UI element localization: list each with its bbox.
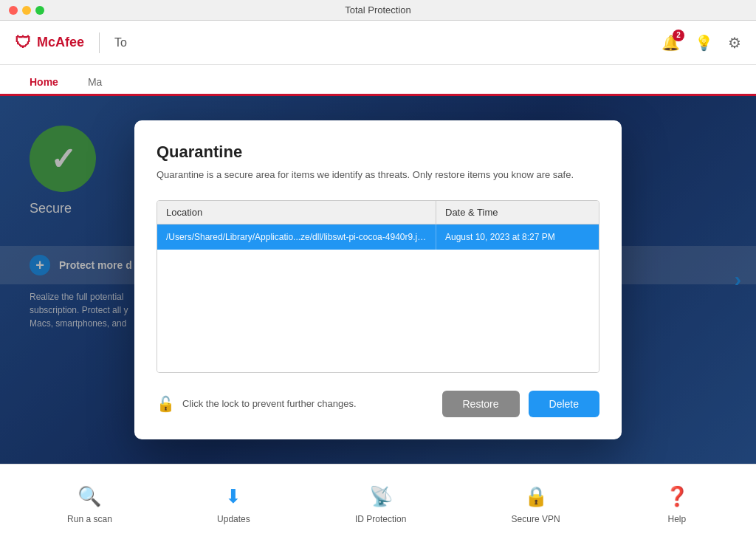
toolbar-run-scan[interactable]: 🔍 Run a scan xyxy=(52,478,127,532)
notification-button[interactable]: 🔔 2 xyxy=(662,34,680,52)
vpn-label: Secure VPN xyxy=(512,514,560,524)
modal-title: Quarantine xyxy=(157,143,599,162)
minimize-button[interactable] xyxy=(22,6,31,15)
content-area: ✓ Secure + Protect more d Realize the fu… xyxy=(0,96,756,464)
mcafee-shield-icon: 🛡 xyxy=(15,33,31,52)
lock-area: 🔓 Click the lock to prevent further chan… xyxy=(157,395,357,413)
mcafee-logo: 🛡 McAfee To xyxy=(15,32,127,53)
bottom-toolbar: 🔍 Run a scan ⬇ Updates 📡 ID Protection 🔒… xyxy=(0,464,756,545)
app-window: 🛡 McAfee To 🔔 2 💡 ⚙ Home Ma ✓ Secur xyxy=(0,21,756,545)
quarantine-modal: Quarantine Quarantine is a secure area f… xyxy=(134,120,622,439)
vpn-icon: 🔒 xyxy=(524,485,548,508)
modal-overlay: Quarantine Quarantine is a secure area f… xyxy=(0,96,756,464)
delete-button[interactable]: Delete xyxy=(529,391,599,417)
product-name: To xyxy=(114,36,127,49)
notification-badge: 2 xyxy=(673,30,684,41)
help-icon: ❓ xyxy=(665,485,689,508)
lock-icon[interactable]: 🔓 xyxy=(157,395,175,413)
scan-label: Run a scan xyxy=(67,514,112,524)
logo-divider xyxy=(99,32,100,53)
quarantine-table: Location Date & Time /Users/Shared/Libra… xyxy=(157,200,599,373)
toolbar-help[interactable]: ❓ Help xyxy=(650,478,704,532)
cell-location: /Users/Shared/Library/Applicatio...ze/dl… xyxy=(157,224,436,250)
updates-label: Updates xyxy=(217,514,250,524)
help-label: Help xyxy=(668,514,687,524)
window-title: Total Protection xyxy=(345,4,411,16)
bulb-icon[interactable]: 💡 xyxy=(695,34,713,52)
window-controls xyxy=(9,6,44,15)
id-protection-icon: 📡 xyxy=(369,485,393,508)
toolbar-updates[interactable]: ⬇ Updates xyxy=(202,478,265,532)
lock-text: Click the lock to prevent further change… xyxy=(182,398,357,409)
close-button[interactable] xyxy=(9,6,18,15)
title-bar: Total Protection xyxy=(0,0,756,21)
toolbar-secure-vpn[interactable]: 🔒 Secure VPN xyxy=(497,478,575,532)
toolbar-id-protection[interactable]: 📡 ID Protection xyxy=(340,478,421,532)
updates-icon: ⬇ xyxy=(225,485,241,508)
modal-description: Quarantine is a secure area for items we… xyxy=(157,168,599,182)
cell-datetime: August 10, 2023 at 8:27 PM xyxy=(436,224,599,250)
col-header-location: Location xyxy=(157,201,436,224)
table-body: /Users/Shared/Library/Applicatio...ze/dl… xyxy=(157,224,599,372)
maximize-button[interactable] xyxy=(35,6,44,15)
col-header-datetime: Date & Time xyxy=(436,201,599,224)
modal-buttons: Restore Delete xyxy=(442,391,600,417)
modal-footer: 🔓 Click the lock to prevent further chan… xyxy=(157,391,599,417)
table-header: Location Date & Time xyxy=(157,201,599,224)
nav-tabs: Home Ma xyxy=(0,65,756,96)
restore-button[interactable]: Restore xyxy=(442,391,520,417)
tab-ma[interactable]: Ma xyxy=(73,70,117,96)
id-protection-label: ID Protection xyxy=(355,514,406,524)
app-header: 🛡 McAfee To 🔔 2 💡 ⚙ xyxy=(0,21,756,65)
gear-icon[interactable]: ⚙ xyxy=(728,34,741,52)
table-row[interactable]: /Users/Shared/Library/Applicatio...ze/dl… xyxy=(157,224,599,250)
mcafee-brand-text: McAfee xyxy=(37,35,84,50)
tab-home[interactable]: Home xyxy=(15,70,73,96)
header-icons: 🔔 2 💡 ⚙ xyxy=(662,34,741,52)
scan-icon: 🔍 xyxy=(78,485,101,508)
